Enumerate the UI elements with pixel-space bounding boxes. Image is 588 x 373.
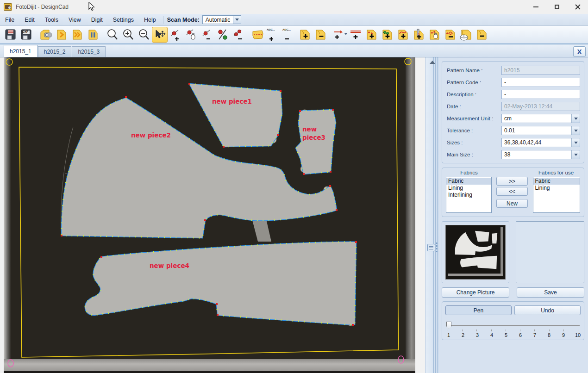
pen-button[interactable]: Pen bbox=[445, 305, 512, 315]
chevron-down-icon[interactable] bbox=[571, 138, 580, 147]
fabrics-list[interactable]: Fabric Lining Interlining bbox=[446, 177, 492, 213]
delete-text-button[interactable]: ABC... bbox=[281, 27, 297, 43]
slider-label: 4 bbox=[489, 332, 494, 338]
pattern-code-field[interactable]: - bbox=[501, 78, 580, 87]
move-point-button[interactable] bbox=[183, 27, 199, 43]
board-left-edge bbox=[4, 57, 11, 373]
fabrics-for-use-title: Fabrics for use bbox=[532, 170, 580, 175]
add-double-line-button[interactable] bbox=[348, 27, 364, 43]
splitter-grip-icon[interactable] bbox=[427, 244, 435, 251]
close-button[interactable] bbox=[567, 0, 588, 14]
chevron-down-icon[interactable] bbox=[233, 16, 241, 24]
empty-preview-box[interactable] bbox=[516, 221, 584, 283]
app-icon bbox=[4, 3, 12, 11]
delete-internal-button[interactable] bbox=[443, 27, 458, 43]
list-item[interactable]: Lining bbox=[446, 185, 491, 192]
save-button[interactable] bbox=[3, 27, 19, 43]
panel-splitter[interactable] bbox=[425, 57, 439, 373]
slider-label: 10 bbox=[575, 332, 581, 338]
pattern-name-field[interactable]: h2015 bbox=[501, 66, 580, 75]
delete-point-button[interactable] bbox=[199, 27, 215, 43]
undo-button[interactable]: Undo bbox=[514, 305, 581, 315]
description-field[interactable]: - bbox=[501, 90, 580, 99]
fabric-remove-button[interactable]: << bbox=[496, 187, 528, 196]
tab-h2015-3[interactable]: h2015_3 bbox=[72, 46, 106, 57]
panel-close-button[interactable]: X bbox=[573, 46, 586, 57]
open-photo-button[interactable] bbox=[38, 27, 54, 43]
list-item[interactable]: Fabric bbox=[533, 178, 580, 185]
fabrics-in-use-list[interactable]: Fabric Lining bbox=[533, 177, 580, 213]
menu-settings[interactable]: Settings bbox=[108, 15, 139, 25]
zoom-in-button[interactable] bbox=[120, 27, 136, 43]
abc-add-label: ABC... bbox=[267, 28, 275, 31]
piece3-label-line1: new bbox=[302, 125, 317, 133]
chevron-down-icon[interactable] bbox=[571, 114, 580, 123]
change-picture-button[interactable]: Change Picture bbox=[442, 287, 509, 298]
move-select-button[interactable] bbox=[152, 27, 168, 43]
list-item[interactable]: Fabric bbox=[446, 178, 491, 185]
chevron-down-icon[interactable] bbox=[571, 150, 580, 159]
add-curve-piece-button[interactable] bbox=[395, 27, 411, 43]
menu-digit[interactable]: Digit bbox=[86, 15, 108, 25]
main-size-select[interactable]: 38 bbox=[501, 150, 580, 159]
board-bottom-edge bbox=[4, 359, 415, 371]
measurement-unit-select[interactable]: cm bbox=[501, 114, 580, 123]
minimize-button[interactable] bbox=[525, 0, 546, 14]
slider-thumb[interactable] bbox=[446, 322, 451, 329]
board-right-edge bbox=[406, 57, 415, 363]
maximize-button[interactable] bbox=[546, 0, 567, 14]
internal-line-piece-button[interactable] bbox=[250, 27, 266, 43]
sizes-value: 36,38,40,42,44 bbox=[502, 139, 571, 146]
menu-tools[interactable]: Tools bbox=[40, 15, 63, 25]
add-text-button[interactable]: ABC... bbox=[266, 27, 281, 43]
add-line-button[interactable] bbox=[332, 27, 348, 43]
sizes-label: Sizes : bbox=[447, 140, 501, 145]
scroll-up-icon[interactable] bbox=[430, 61, 435, 64]
main-size-value: 38 bbox=[502, 151, 571, 158]
menu-file[interactable]: File bbox=[0, 15, 19, 25]
add-points-piece-button[interactable] bbox=[364, 27, 380, 43]
save-dxf-button[interactable]: DXF bbox=[19, 27, 34, 43]
pattern-thumbnail-box[interactable] bbox=[442, 221, 509, 283]
slider-track[interactable] bbox=[446, 325, 580, 326]
zoom-out-button[interactable] bbox=[136, 27, 152, 43]
tolerance-select[interactable]: 0.01 bbox=[501, 126, 580, 135]
menu-view[interactable]: View bbox=[63, 15, 86, 25]
slider-label: 2 bbox=[460, 332, 466, 338]
slider-label: 6 bbox=[518, 332, 523, 338]
chevron-down-icon[interactable] bbox=[571, 126, 580, 135]
date-label: Date : bbox=[447, 104, 501, 109]
move-internal-button[interactable] bbox=[427, 27, 443, 43]
menu-edit[interactable]: Edit bbox=[19, 15, 40, 25]
fast-forward-button[interactable] bbox=[69, 27, 85, 43]
mouse-piece-button[interactable] bbox=[458, 27, 474, 43]
next-button[interactable] bbox=[54, 27, 69, 43]
date-field[interactable]: 02-May-2013 12:44 bbox=[501, 102, 580, 111]
add-piece-button[interactable] bbox=[297, 27, 313, 43]
add-circles-piece-button[interactable] bbox=[380, 27, 395, 43]
menu-bar: File Edit Tools View Digit Settings Help… bbox=[0, 14, 588, 26]
tab-h2015-2[interactable]: h2015_2 bbox=[38, 46, 72, 57]
add-point-button[interactable] bbox=[168, 27, 183, 43]
fabric-new-button[interactable]: New bbox=[496, 199, 528, 208]
fabric-add-button[interactable]: >> bbox=[496, 177, 528, 186]
delete-piece-button[interactable] bbox=[313, 27, 329, 43]
photo-bottom-dark bbox=[4, 371, 415, 373]
digitizing-canvas[interactable]: new piece1 new piece2 new piece3 new pie… bbox=[4, 57, 415, 373]
toggle-point-type-button[interactable] bbox=[215, 27, 231, 43]
list-item[interactable]: Interlining bbox=[446, 192, 491, 199]
splitter-dots-icon bbox=[436, 242, 438, 252]
sizes-select[interactable]: 36,38,40,42,44 bbox=[501, 138, 580, 147]
save-pattern-button[interactable]: Save bbox=[517, 287, 584, 298]
tab-h2015-1[interactable]: h2015_1 bbox=[4, 45, 38, 57]
list-item[interactable]: Lining bbox=[533, 185, 580, 192]
menu-help[interactable]: Help bbox=[139, 15, 161, 25]
zoom-tool-button[interactable] bbox=[105, 27, 120, 43]
pause-button[interactable] bbox=[85, 27, 101, 43]
add-clamp-piece-button[interactable] bbox=[411, 27, 427, 43]
remove-piece-button[interactable] bbox=[474, 27, 490, 43]
splitter-lines bbox=[433, 57, 438, 373]
pen-size-slider[interactable] bbox=[445, 323, 581, 329]
scan-mode-select[interactable]: Automatic bbox=[202, 15, 241, 24]
delete-points-button[interactable] bbox=[231, 27, 246, 43]
